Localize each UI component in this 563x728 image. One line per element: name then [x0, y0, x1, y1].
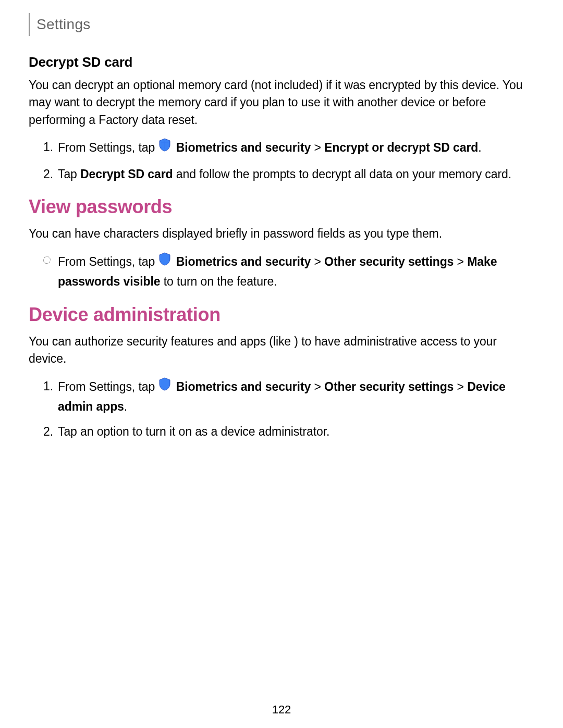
bullet-bold: Biometrics and security: [176, 255, 311, 268]
step-bold: Other security settings: [324, 380, 454, 393]
step-text: and follow the prompts to decrypt all da…: [173, 167, 511, 181]
step-end: .: [124, 400, 127, 413]
header-accent-bar: [29, 13, 30, 36]
view-passwords-bullet-list: From Settings, tap Biometrics and securi…: [43, 252, 534, 291]
bullet-text: From Settings, tap: [58, 255, 158, 268]
bullet-sep: >: [454, 255, 467, 268]
decrypt-step-1: From Settings, tap Biometrics and securi…: [43, 138, 534, 159]
bullet-text: to turn on the feature.: [160, 275, 277, 288]
header-title: Settings: [36, 16, 91, 33]
device-admin-step-2: Tap an option to turn it on as a device …: [43, 423, 534, 441]
step-text: Tap an option to turn it on as a device …: [58, 425, 329, 438]
step-sep: >: [454, 380, 467, 393]
step-bold: Encrypt or decrypt SD card: [324, 141, 478, 154]
decrypt-step-2: Tap Decrypt SD card and follow the promp…: [43, 165, 534, 184]
shield-icon: [158, 377, 171, 397]
device-admin-heading: Device administration: [29, 304, 534, 326]
page-number: 122: [0, 703, 563, 717]
decrypt-sd-intro: You can decrypt an optional memory card …: [29, 77, 534, 129]
device-admin-step-1: From Settings, tap Biometrics and securi…: [43, 377, 534, 416]
circle-bullet-icon: [43, 256, 51, 264]
step-bold: Biometrics and security: [176, 141, 311, 154]
device-admin-steps: From Settings, tap Biometrics and securi…: [43, 377, 534, 441]
step-text: Tap: [58, 167, 80, 181]
decrypt-sd-steps: From Settings, tap Biometrics and securi…: [43, 138, 534, 183]
page-header: Settings: [29, 13, 534, 36]
decrypt-sd-heading: Decrypt SD card: [29, 54, 534, 70]
view-passwords-bullet: From Settings, tap Biometrics and securi…: [43, 252, 534, 291]
view-passwords-intro: You can have characters displayed briefl…: [29, 225, 534, 242]
shield-icon: [158, 138, 171, 157]
step-sep: >: [311, 141, 324, 154]
step-text: From Settings, tap: [58, 141, 158, 154]
step-end: .: [478, 141, 481, 154]
step-text: From Settings, tap: [58, 380, 158, 393]
bullet-sep: >: [311, 255, 324, 268]
step-sep: >: [311, 380, 324, 393]
shield-icon: [158, 252, 171, 272]
view-passwords-heading: View passwords: [29, 196, 534, 218]
bullet-bold: Other security settings: [324, 255, 454, 268]
step-bold: Decrypt SD card: [80, 167, 173, 181]
device-admin-intro: You can authorize security features and …: [29, 333, 534, 368]
step-bold: Biometrics and security: [176, 380, 311, 393]
